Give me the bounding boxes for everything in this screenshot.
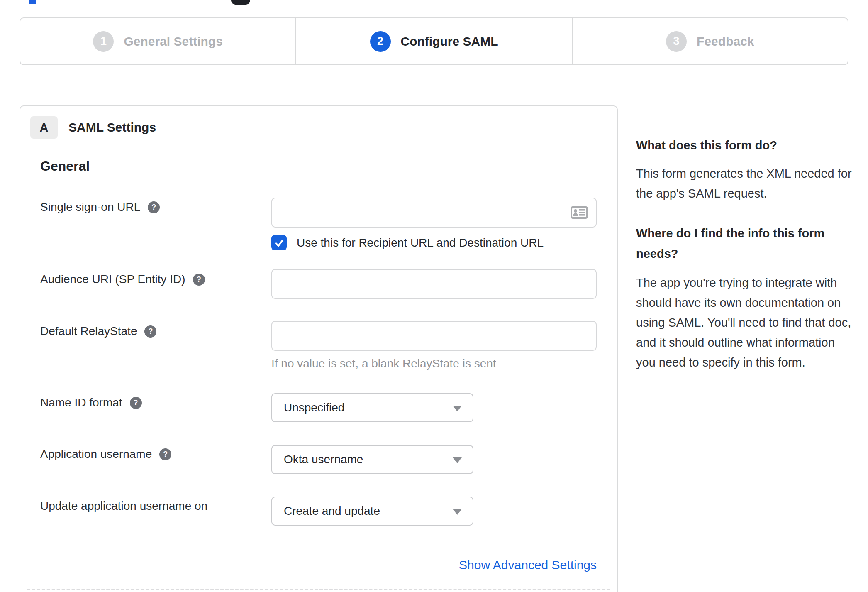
wizard-stepper: 1 General Settings 2 Configure SAML 3 Fe… xyxy=(20,17,848,65)
help-icon[interactable]: ? xyxy=(130,397,142,409)
cutoff-title-fragment-blue xyxy=(29,0,36,4)
field-label-text: Single sign-on URL xyxy=(40,201,140,214)
select-value: Okta username xyxy=(284,453,363,466)
select-value: Create and update xyxy=(284,504,380,518)
update-username-select[interactable]: Create and update xyxy=(271,497,473,526)
checkmark-icon xyxy=(274,238,284,248)
audience-uri-label: Audience URI (SP Entity ID) ? xyxy=(40,273,205,286)
step-configure-saml[interactable]: 2 Configure SAML xyxy=(295,18,571,64)
step-label: Feedback xyxy=(697,34,754,49)
default-relaystate-input[interactable] xyxy=(271,321,597,351)
audience-uri-input[interactable] xyxy=(271,269,597,299)
dropdown-arrow-icon xyxy=(453,457,462,463)
help-sidebar: What does this form do? This form genera… xyxy=(636,135,852,372)
saml-settings-panel: A SAML Settings General Single sign-on U… xyxy=(20,105,618,592)
single-sign-on-url-label: Single sign-on URL ? xyxy=(40,201,160,214)
field-label-text: Application username xyxy=(40,448,152,461)
help-icon[interactable]: ? xyxy=(148,201,160,213)
step-number-badge: 2 xyxy=(370,31,391,52)
step-label: General Settings xyxy=(124,34,222,49)
step-number-badge: 1 xyxy=(93,31,114,52)
section-divider xyxy=(27,589,610,590)
use-for-recipient-row: Use this for Recipient URL and Destinati… xyxy=(271,235,544,250)
field-label-text: Update application username on xyxy=(40,499,207,513)
field-label-text: Audience URI (SP Entity ID) xyxy=(40,273,185,286)
field-label-text: Default RelayState xyxy=(40,325,137,338)
help-icon[interactable]: ? xyxy=(159,448,171,460)
single-sign-on-url-input[interactable] xyxy=(271,198,597,228)
update-username-label: Update application username on xyxy=(40,499,207,513)
step-feedback[interactable]: 3 Feedback xyxy=(572,18,848,64)
step-number-badge: 3 xyxy=(666,31,687,52)
section-title: SAML Settings xyxy=(68,116,156,139)
name-id-format-label: Name ID format ? xyxy=(40,396,142,409)
audience-uri-field xyxy=(271,269,597,299)
step-general-settings[interactable]: 1 General Settings xyxy=(20,18,295,64)
default-relaystate-field xyxy=(271,321,597,351)
application-username-select[interactable]: Okta username xyxy=(271,445,473,474)
use-for-recipient-checkbox[interactable] xyxy=(271,235,287,250)
dropdown-arrow-icon xyxy=(453,406,462,411)
single-sign-on-url-field xyxy=(271,198,597,228)
group-title: General xyxy=(40,159,90,174)
help-question-1: What does this form do? xyxy=(636,135,852,156)
default-relaystate-label: Default RelayState ? xyxy=(40,325,156,338)
field-label-text: Name ID format xyxy=(40,396,122,409)
relaystate-helper-text: If no value is set, a blank RelayState i… xyxy=(271,357,496,370)
help-answer-2: The app you're trying to integrate with … xyxy=(636,273,852,372)
select-value: Unspecified xyxy=(284,401,344,414)
contact-card-icon xyxy=(570,206,588,219)
dropdown-arrow-icon xyxy=(453,509,462,515)
application-username-label: Application username ? xyxy=(40,448,171,461)
checkbox-label: Use this for Recipient URL and Destinati… xyxy=(297,236,544,250)
help-answer-1: This form generates the XML needed for t… xyxy=(636,164,852,203)
help-question-2: Where do I find the info this form needs… xyxy=(636,223,852,264)
help-icon[interactable]: ? xyxy=(193,274,205,286)
step-label: Configure SAML xyxy=(401,34,498,49)
help-icon[interactable]: ? xyxy=(144,325,156,338)
show-advanced-settings-link[interactable]: Show Advanced Settings xyxy=(271,558,597,572)
cutoff-title-fragment-dark xyxy=(231,0,250,5)
section-badge: A xyxy=(30,116,58,139)
name-id-format-select[interactable]: Unspecified xyxy=(271,393,473,422)
